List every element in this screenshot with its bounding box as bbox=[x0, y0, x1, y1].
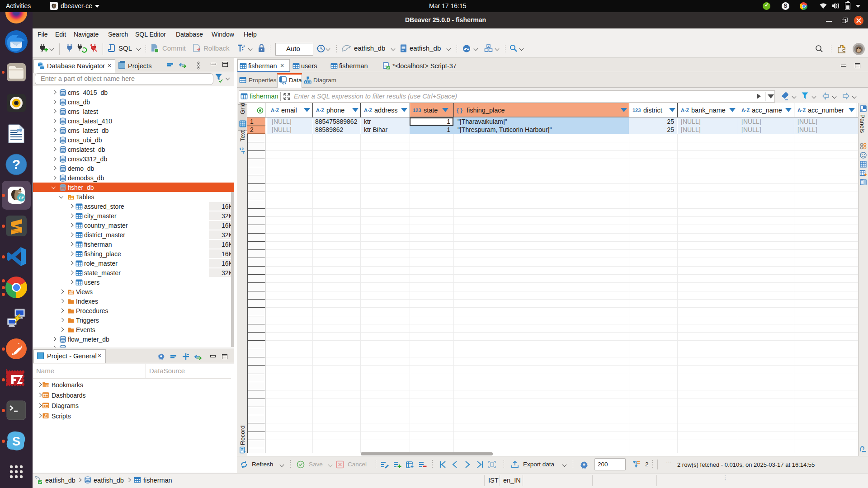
svg-text:?: ? bbox=[12, 157, 20, 172]
svg-text:S: S bbox=[12, 435, 20, 448]
